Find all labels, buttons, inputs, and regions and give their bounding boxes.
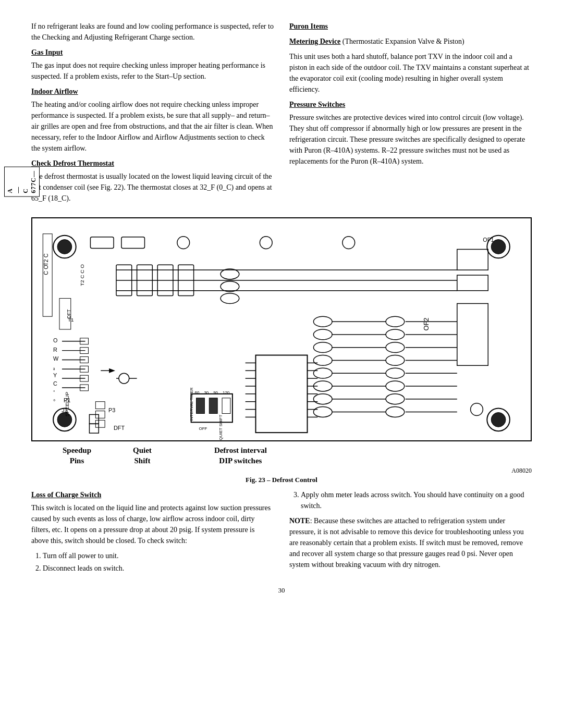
gas-input-title: Gas Input: [31, 47, 274, 58]
svg-text:W: W: [53, 355, 59, 362]
svg-text:90: 90: [213, 390, 218, 395]
svg-point-47: [221, 281, 239, 292]
quiet-shift-label: QuietShift: [133, 446, 152, 466]
bottom-left-col: Loss of Charge Switch This switch is loc…: [31, 489, 274, 577]
bottom-content: Loss of Charge Switch This switch is loc…: [31, 489, 532, 577]
svg-point-76: [313, 342, 332, 353]
note-paragraph: NOTE: Because these switches are attache…: [289, 515, 532, 570]
svg-text:30: 30: [204, 390, 209, 395]
svg-text:T2 C C O: T2 C C O: [79, 264, 85, 286]
svg-point-62: [386, 368, 405, 378]
check-switch-list: Turn off all power to unit. Disconnect l…: [43, 550, 274, 574]
svg-text:P3: P3: [108, 407, 115, 413]
svg-point-36: [177, 237, 190, 249]
svg-point-63: [386, 381, 405, 391]
svg-point-28: [57, 240, 72, 254]
sidebar-label: A—C677C—: [4, 167, 40, 197]
svg-rect-35: [121, 237, 145, 249]
svg-rect-120: [95, 402, 105, 409]
svg-point-65: [386, 407, 405, 417]
svg-rect-108: [197, 398, 205, 414]
svg-text:OF2: OF2: [422, 318, 430, 331]
svg-text:120: 120: [223, 390, 230, 395]
defrost-interval-label: Defrost intervalDIP switches: [214, 446, 267, 466]
svg-text:T2 C: T2 C: [43, 253, 49, 266]
svg-text:O: O: [53, 337, 57, 343]
svg-rect-110: [222, 398, 230, 414]
svg-rect-128: [89, 424, 99, 433]
check-item-3: Apply ohm meter leads across switch. You…: [301, 489, 532, 511]
svg-point-80: [313, 394, 332, 404]
svg-text:INTERVAL TIMER: INTERVAL TIMER: [189, 387, 194, 421]
svg-point-129: [471, 403, 483, 416]
figure-caption: Fig. 23 – Defrost Control: [31, 476, 532, 484]
svg-point-123: [119, 373, 129, 384]
svg-point-37: [260, 237, 272, 249]
svg-point-48: [221, 293, 239, 304]
svg-text:₂: ₂: [53, 366, 55, 371]
svg-rect-127: [89, 414, 99, 424]
svg-text:R: R: [53, 347, 57, 353]
left-column: If no refrigerant leaks are found and lo…: [31, 21, 274, 208]
metering-device-body: This unit uses both a hard shutoff, bala…: [289, 51, 532, 95]
check-defrost-body: The defrost thermostat is usually locate…: [31, 172, 272, 202]
check-item-1: Turn off all power to unit.: [43, 550, 274, 561]
indoor-airflow-title: Indoor Airflow: [31, 86, 274, 97]
svg-text:60: 60: [195, 390, 200, 395]
svg-point-61: [386, 355, 405, 366]
check-switch-list-continued: Apply ohm meter leads across switch. You…: [301, 489, 532, 511]
figure-number: A08020: [31, 467, 532, 475]
gas-input-body: The gas input does not require checking …: [31, 61, 265, 80]
pressure-switches-title: Pressure Switches: [289, 99, 532, 110]
svg-point-38: [342, 237, 355, 249]
intro-text: If no refrigerant leaks are found and lo…: [31, 21, 274, 43]
svg-point-46: [221, 269, 239, 279]
svg-rect-55: [457, 275, 488, 291]
svg-text:OFF: OFF: [199, 426, 207, 431]
svg-text:OF1: OF1: [483, 237, 494, 243]
svg-text:DFT: DFT: [114, 425, 125, 431]
metering-device-title: Metering Device: [289, 38, 340, 45]
puron-items-title: Puron Items: [289, 21, 532, 32]
defrost-control-diagram: T2 C C O T2 C C O DFT T1 O R W ₂ Y C ° °: [31, 217, 532, 441]
svg-rect-54: [457, 249, 488, 270]
svg-text:°: °: [53, 390, 55, 395]
svg-point-74: [313, 316, 332, 327]
svg-point-78: [313, 368, 332, 378]
check-item-2: Disconnect leads on switch.: [43, 563, 274, 574]
svg-text:T1: T1: [68, 317, 74, 323]
speedup-pins-label: SpeedupPins: [63, 446, 91, 466]
diagram-labels: SpeedupPins QuietShift Defrost intervalD…: [31, 446, 532, 466]
svg-point-52: [491, 413, 506, 427]
bottom-right-col: Apply ohm meter leads across switch. You…: [289, 489, 532, 577]
page: A—C677C— If no refrigerant leaks are fou…: [0, 0, 563, 728]
note-body: : Because these switches are attached to…: [289, 517, 524, 569]
right-column: Puron Items Metering Device (Thermostati…: [289, 21, 532, 208]
svg-point-75: [313, 329, 332, 340]
svg-point-81: [313, 407, 332, 417]
loss-of-charge-title: Loss of Charge Switch: [31, 489, 274, 500]
svg-rect-109: [209, 398, 217, 414]
svg-text:C O: C O: [43, 265, 49, 275]
svg-text:J1: J1: [62, 407, 68, 413]
svg-text:Y: Y: [53, 372, 57, 378]
top-content: If no refrigerant leaks are found and lo…: [31, 21, 532, 208]
svg-text:°: °: [53, 398, 55, 404]
svg-text:C: C: [53, 380, 57, 387]
svg-rect-34: [90, 237, 114, 249]
svg-point-60: [386, 342, 405, 353]
svg-point-64: [386, 394, 405, 404]
svg-point-58: [386, 316, 405, 327]
check-defrost-title: Check Defrost Thermostat: [31, 158, 274, 169]
loss-of-charge-body: This switch is located on the liquid lin…: [31, 504, 271, 545]
diagram-svg: T2 C C O T2 C C O DFT T1 O R W ₂ Y C ° °: [32, 218, 531, 440]
svg-rect-90: [255, 355, 307, 433]
note-label: NOTE: [289, 517, 310, 525]
metering-device-suffix: (Thermostatic Expansion Valve & Piston): [342, 38, 464, 45]
svg-text:QUIET SHIFT: QUIET SHIFT: [218, 415, 223, 440]
svg-point-59: [386, 329, 405, 340]
pressure-switches-body: Pressure switches are protective devices…: [289, 114, 525, 165]
svg-rect-57: [457, 303, 488, 365]
indoor-airflow-body: The heating and/or cooling airflow does …: [31, 101, 273, 152]
page-number: 30: [31, 586, 532, 595]
